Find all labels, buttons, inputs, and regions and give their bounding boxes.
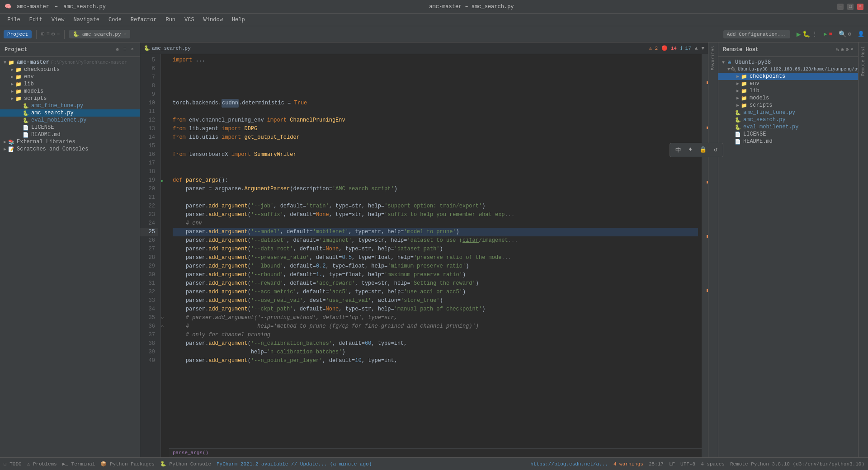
tab-close-icon[interactable]: ×	[124, 32, 127, 37]
tree-item-eval-mobilenet[interactable]: 🐍 eval_mobilenet.py	[0, 117, 140, 124]
remote-item-ubuntu[interactable]: ▼ 🖥 Ubuntu-py38	[718, 59, 858, 66]
update-message[interactable]: PyCharm 2021.2 available // Update... (a…	[217, 461, 372, 467]
breadcrumb-up-icon[interactable]: ▲	[695, 46, 698, 51]
remote-item-amc-fine-tune[interactable]: 🐍 amc_fine_tune.py	[718, 109, 858, 116]
gutter-column: ▶ ○ ○	[161, 54, 169, 457]
py-icon-amc-search: 🐍	[23, 110, 30, 116]
close-button[interactable]: ×	[857, 4, 863, 10]
menu-navigate[interactable]: Navigate	[70, 15, 103, 24]
run-icon[interactable]: ▶	[797, 30, 801, 39]
remote-label-lib: lib	[750, 88, 760, 94]
menu-help[interactable]: Help	[228, 15, 249, 24]
remote-strip-label[interactable]: Remote Host	[860, 44, 867, 78]
remote-item-checkpoints[interactable]: ▶ 📁 checkpoints	[718, 73, 858, 80]
tree-item-env[interactable]: ▶ 📁 env	[0, 73, 140, 80]
run-options-icon[interactable]: ⋮	[812, 31, 817, 38]
remote-item-readme[interactable]: 📄 README.md	[718, 138, 858, 145]
remote-settings-icon[interactable]: ⚙	[846, 47, 849, 52]
info-badge[interactable]: ℹ 17	[680, 45, 691, 51]
gutter-26	[161, 236, 169, 245]
tree-item-models[interactable]: ▶ 📁 models	[0, 88, 140, 95]
line-position[interactable]: 25:17	[649, 461, 664, 467]
tree-arrow-scripts: ▶	[9, 96, 15, 101]
code-editor[interactable]: 5 6 7 8 9 10 11 12 13 14 15 16 17 18 19 …	[140, 54, 708, 457]
remote-item-connection[interactable]: ▼ 🔌 Ubuntu-py38 (192.168.66.128/home/liy…	[718, 66, 858, 73]
minimize-button[interactable]: −	[837, 4, 844, 10]
sidebar-close-icon[interactable]: ×	[129, 46, 135, 53]
toolbar-stop-btn[interactable]: ■	[829, 31, 832, 38]
title-bar: 🧠 amc-master – amc_search.py amc-master …	[0, 0, 868, 14]
menu-code[interactable]: Code	[105, 15, 125, 24]
remote-item-license[interactable]: 📄 LICENSE	[718, 131, 858, 138]
remote-expand-icon[interactable]: ⊕	[841, 47, 844, 52]
indent-label[interactable]: 4 spaces	[701, 461, 725, 467]
sidebar-collapse-icon[interactable]: ≡	[122, 46, 128, 53]
warning-badge[interactable]: ⚠ 2	[649, 45, 658, 51]
warning-count[interactable]: 4 warnings	[613, 461, 643, 467]
line-num-29: 29	[140, 262, 158, 271]
menu-vcs[interactable]: VCS	[181, 15, 198, 24]
tab-file-button[interactable]: 🐍 amc_search.py ×	[69, 30, 130, 38]
debug-icon[interactable]: 🐛	[802, 30, 810, 38]
maximize-button[interactable]: □	[847, 4, 854, 10]
remote-close-icon[interactable]: ×	[850, 47, 854, 52]
gutter-run-19[interactable]: ▶	[161, 176, 169, 185]
console-icon: 🐍	[160, 461, 166, 467]
menu-view[interactable]: View	[48, 15, 68, 24]
scroll-indicators[interactable]	[702, 54, 708, 457]
user-icon[interactable]: 👤	[858, 31, 864, 38]
tree-item-checkpoints[interactable]: ▶ 📁 checkpoints	[0, 66, 140, 73]
tree-item-amc-fine-tune[interactable]: 🐍 amc_fine_tune.py	[0, 102, 140, 109]
add-config-button[interactable]: Add Configuration...	[723, 30, 790, 38]
title-full: amc-master – amc_search.py	[429, 4, 514, 10]
todo-button[interactable]: ☑ TODO	[4, 461, 22, 467]
python-version[interactable]: Remote Python 3.8.10 (d3:/env/bin/python…	[730, 461, 864, 467]
favorites-label[interactable]: Favorites	[710, 44, 717, 72]
code-content[interactable]: import ... torch.backends.cudnn.determin…	[169, 54, 702, 457]
remote-item-env[interactable]: ▶ 📁 env	[718, 80, 858, 87]
error-badge[interactable]: 🔴 14	[661, 45, 677, 51]
problems-button[interactable]: ⚠ Problems	[27, 461, 57, 467]
toolbar-icon-1[interactable]: ⊞	[41, 31, 44, 38]
toolbar-icon-3[interactable]: ⚙	[52, 31, 55, 38]
line-num-34: 34	[140, 305, 158, 314]
remote-label-env: env	[750, 80, 760, 87]
toolbar-icon-2[interactable]: ≡	[46, 31, 49, 38]
remote-item-models[interactable]: ▶ 📁 models	[718, 94, 858, 102]
remote-item-lib[interactable]: ▶ 📁 lib	[718, 87, 858, 94]
sidebar-gear-icon[interactable]: ⚙	[114, 46, 120, 53]
project-button[interactable]: Project	[4, 30, 32, 38]
tooltip-chinese[interactable]: 中	[674, 145, 683, 155]
menu-refactor[interactable]: Refactor	[127, 15, 160, 24]
tree-item-amc-master[interactable]: ▼ 📁 amc-master F:\Python\PyTorch\amc-mas…	[0, 59, 140, 66]
tree-item-license[interactable]: 📄 LICENSE	[0, 124, 140, 131]
settings-gear-icon[interactable]: ⚙	[848, 31, 851, 38]
tree-item-scratches[interactable]: ▶ 📝 Scratches and Consoles	[0, 146, 140, 153]
tooltip-diamond[interactable]: ♦	[687, 145, 694, 155]
remote-item-scripts[interactable]: ▶ 📁 scripts	[718, 102, 858, 109]
tree-item-readme[interactable]: 📄 README.md	[0, 131, 140, 138]
encoding-label[interactable]: UTF-8	[680, 461, 695, 467]
remote-sync-icon[interactable]: ↻	[836, 47, 840, 52]
status-link[interactable]: https://blog.csdn.net/a...	[530, 461, 608, 467]
toolbar-run-btn[interactable]: ▶	[824, 31, 827, 38]
menu-window[interactable]: Window	[200, 15, 226, 24]
breadcrumb-down-icon[interactable]: ▼	[701, 46, 704, 51]
tree-item-amc-search[interactable]: 🐍 amc_search.py	[0, 109, 140, 117]
python-packages-button[interactable]: 📦 Python Packages	[100, 461, 155, 467]
tree-item-lib[interactable]: ▶ 📁 lib	[0, 80, 140, 88]
python-console-button[interactable]: 🐍 Python Console	[160, 461, 211, 467]
menu-file[interactable]: File	[4, 15, 24, 24]
terminal-button[interactable]: ▶_ Terminal	[62, 461, 95, 467]
remote-item-eval-mobilenet[interactable]: 🐍 eval_mobilenet.py	[718, 123, 858, 131]
tree-item-scripts[interactable]: ▶ 📁 scripts	[0, 95, 140, 102]
tooltip-lock[interactable]: 🔒	[698, 145, 708, 155]
menu-edit[interactable]: Edit	[26, 15, 46, 24]
line-feed: LF	[669, 461, 675, 467]
menu-run[interactable]: Run	[162, 15, 179, 24]
search-everywhere-icon[interactable]: 🔍	[839, 30, 846, 38]
tooltip-refresh[interactable]: ↺	[712, 145, 719, 155]
remote-item-amc-search[interactable]: 🐍 amc_search.py	[718, 116, 858, 123]
tree-item-external-libs[interactable]: ▶ 📚 External Libraries	[0, 138, 140, 146]
toolbar-icon-4[interactable]: −	[57, 31, 60, 38]
